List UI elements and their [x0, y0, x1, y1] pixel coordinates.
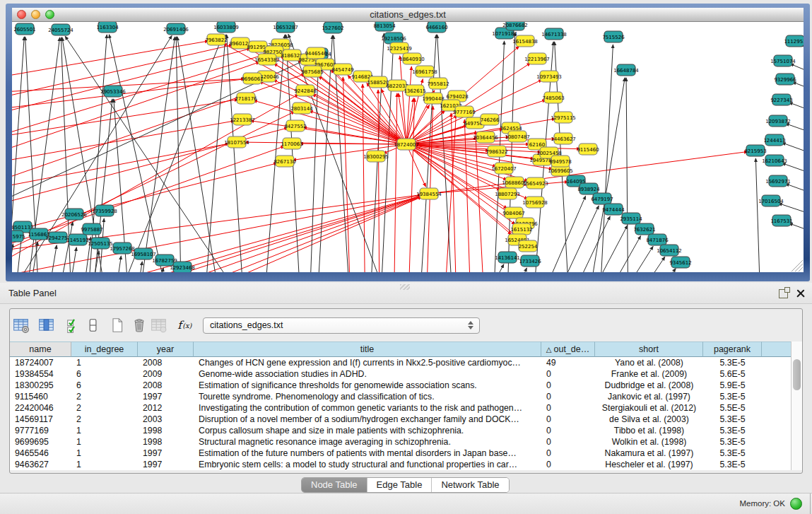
cell-name: 19384554	[10, 368, 71, 380]
network-window-titlebar[interactable]: citations_edges.txt	[12, 8, 804, 22]
graph-node-label: 10653287	[273, 25, 298, 30]
table-row[interactable]: 1872400712008Changes of HCN gene express…	[10, 357, 802, 368]
cell-title: Tourette syndrome. Phenomenology and cla…	[194, 391, 541, 402]
table-row[interactable]: 977716911998Corpus callosum shape and si…	[10, 425, 802, 436]
graph-node-label: 10699605	[548, 168, 573, 174]
column-header-in-degree[interactable]: in_degree	[71, 341, 138, 357]
graph-edge	[789, 223, 804, 243]
cell-short: Hescheler et al. (1997)	[595, 459, 703, 470]
column-header-label: year	[157, 344, 174, 354]
tab-edge-table[interactable]: Edge Table	[367, 478, 433, 492]
dropdown-stepper-icon	[465, 321, 476, 329]
network-window: citations_edges.txt 26055012405572411633…	[6, 4, 810, 281]
splitter-grip[interactable]	[400, 284, 410, 290]
graph-node-label: 8454749	[331, 67, 353, 73]
cell-pagerank: 5.3E-5	[703, 414, 762, 425]
graph-edge	[437, 35, 454, 272]
table-scrollbar[interactable]	[791, 341, 802, 470]
graph-node-label: 8938924	[577, 187, 600, 192]
cell-title: Genome-wide association studies in ADHD.	[194, 368, 541, 380]
graph-edge	[132, 262, 142, 272]
delete-column-icon[interactable]	[131, 317, 148, 334]
graph-edge	[12, 194, 421, 262]
graph-node-label: 2718176	[235, 96, 257, 102]
graph-edge	[12, 112, 295, 272]
graph-node-label: 1170063	[281, 141, 302, 147]
tab-network-table[interactable]: Network Table	[432, 478, 508, 492]
cell-pagerank: 5.3E-5	[703, 459, 762, 470]
graph-node-label: 8813054	[373, 23, 396, 29]
minimize-button[interactable]	[31, 10, 40, 19]
graph-node-label: 1990448	[422, 96, 444, 102]
graph-node-label: 14136141	[495, 255, 520, 261]
column-header-year[interactable]: year	[138, 341, 194, 357]
network-graph[interactable]: 2605501240557241163304206914061603380910…	[12, 22, 804, 272]
table-row[interactable]: 911546021997Tourette syndrome. Phenomeno…	[10, 391, 802, 402]
column-header-label: title	[360, 344, 374, 354]
graph-node-label: 3624554	[500, 126, 522, 132]
column-header-filler	[762, 341, 791, 357]
table-selector[interactable]: citations_edges.txt	[203, 317, 480, 334]
graph-node-label: 10654112	[657, 248, 682, 254]
graph-node-label: 9345612	[669, 260, 691, 266]
graph-node-label: 15751074	[770, 59, 796, 64]
scrollbar-thumb[interactable]	[793, 359, 801, 390]
cell-title: Investigating the contribution of common…	[194, 402, 541, 414]
graph-node-label: 252254	[519, 244, 538, 250]
graph-node-label: 12213967	[524, 57, 550, 62]
zoom-button[interactable]	[45, 10, 54, 19]
graph-node-label: 16958107	[131, 252, 156, 257]
graph-node-label: 746266	[481, 117, 500, 123]
graph-edge	[109, 35, 175, 272]
close-panel-icon[interactable]	[796, 288, 806, 298]
function-builder-icon[interactable]: f(x)	[176, 317, 193, 334]
tab-node-table[interactable]: Node Table	[302, 478, 367, 492]
table-row[interactable]: 1938455462009Genome-wide association stu…	[10, 368, 802, 380]
float-panel-icon[interactable]	[779, 289, 788, 298]
cell-name: 14569117	[10, 414, 71, 425]
clear-selection-icon[interactable]	[84, 317, 101, 334]
column-header-name[interactable]: name	[10, 341, 71, 357]
graph-node-label: 62160	[529, 142, 545, 148]
column-header-pagerank[interactable]: pagerank	[703, 341, 762, 357]
window-resize-grip[interactable]	[799, 267, 803, 271]
graph-edge	[599, 45, 613, 272]
new-column-icon[interactable]	[109, 317, 126, 334]
select-all-icon[interactable]	[66, 317, 83, 334]
close-button[interactable]	[17, 10, 26, 19]
graph-edge	[584, 78, 625, 272]
table-body: 1872400712008Changes of HCN gene express…	[10, 357, 802, 470]
column-header-title[interactable]: title	[194, 341, 541, 357]
graph-node-label: 14463627	[551, 136, 576, 142]
window-resize-grip[interactable]	[795, 264, 803, 271]
sort-ascending-icon: △	[546, 346, 552, 354]
column-header-out-de-[interactable]: △out_de…	[541, 341, 595, 357]
table-row[interactable]: 1830029562008Estimation of significance …	[10, 380, 802, 391]
table-row[interactable]: 969969511998Structural magnetic resonanc…	[10, 436, 802, 448]
memory-ok-indicator[interactable]	[790, 498, 802, 510]
cell-short: Stergiakouli et al. (2012)	[595, 402, 703, 414]
graph-node-label: 2803144	[290, 106, 313, 112]
cell-out-de-: 0	[541, 414, 595, 425]
graph-edge	[500, 268, 526, 272]
table-row[interactable]: 1456911722003Disruption of a novel membe…	[10, 414, 802, 425]
graph-node-label: 17957268	[110, 246, 135, 252]
graph-node-label: 20206526	[61, 212, 87, 218]
column-header-short[interactable]: short	[595, 341, 703, 357]
graph-node-label: 7632621	[633, 227, 655, 233]
graph-edge	[293, 144, 406, 160]
cell-name: 18724007	[10, 357, 71, 368]
cell-name: 9115460	[10, 391, 71, 402]
cell-out-de-: 0	[541, 402, 595, 414]
graph-node-label: 8471876	[646, 238, 669, 243]
table-row[interactable]: 946554611997Estimation of the future num…	[10, 448, 802, 459]
cell-in-degree: 1	[71, 357, 138, 368]
graph-node-label: 15654923	[523, 181, 548, 187]
graph-edge	[792, 82, 804, 101]
show-columns-icon[interactable]	[38, 317, 55, 334]
table-row[interactable]: 2242004622012Investigating the contribut…	[10, 402, 802, 414]
graph-edge	[542, 206, 599, 272]
network-canvas[interactable]: 2605501240557241163304206914061603380910…	[12, 22, 804, 272]
table-row[interactable]: 946362711997Embryonic stem cells: a mode…	[10, 459, 802, 470]
table-options-icon[interactable]	[13, 317, 30, 334]
